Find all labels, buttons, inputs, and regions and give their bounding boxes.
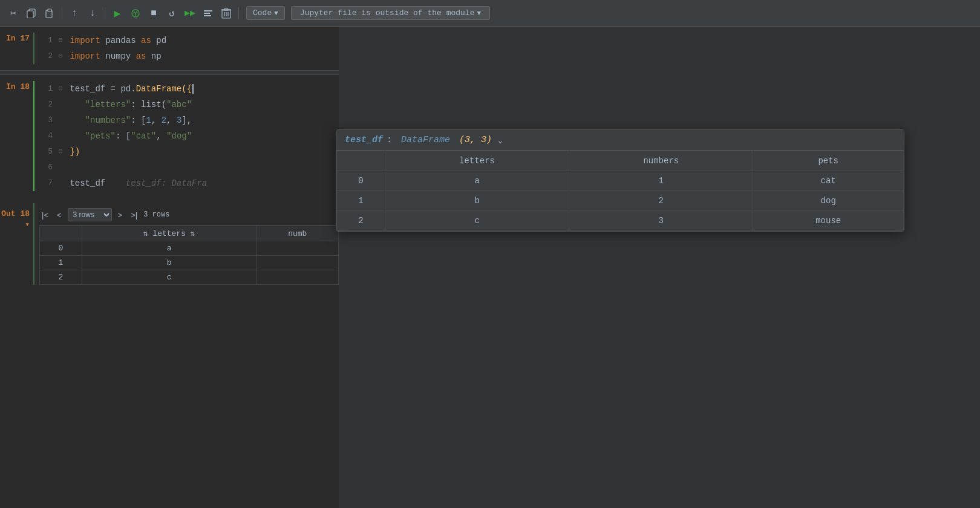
row-1-numbers <box>256 256 338 270</box>
popup-row-0-pets: cat <box>753 171 904 191</box>
popup-header-row: letters numbers pets <box>337 151 904 171</box>
debug-icon[interactable] <box>128 6 143 21</box>
popup-type: DataFrame <box>396 135 450 145</box>
line-18-5: 5 ⊟ } ) <box>39 144 339 160</box>
svg-rect-8 <box>204 15 211 16</box>
move-down-icon[interactable]: ↓ <box>85 6 100 21</box>
cell-18-label: In 18 <box>0 82 33 91</box>
cell-17-content: 1 ⊟ import pandas as pd 2 ⊟ import numpy… <box>33 33 339 64</box>
out-table-header-row: ⇅ letters ⇅ numb <box>40 226 339 241</box>
popup-row-1: 1 b 2 dog <box>337 191 904 211</box>
table-row: 2 c <box>40 270 339 285</box>
line-17-2: 2 ⊟ import numpy as np <box>39 48 339 64</box>
out-18-content: |< < 3 rows 5 rows 10 rows > >| 3 rows <box>33 203 339 285</box>
out-collapse-icon[interactable]: ▾ <box>25 220 30 229</box>
row-2-idx: 2 <box>40 270 82 285</box>
sep1 <box>62 7 62 19</box>
cell-17-label: In 17 <box>0 34 33 43</box>
cut-icon[interactable]: ✂ <box>6 6 21 21</box>
popup-col-idx <box>337 151 385 171</box>
line-18-6: 6 ⊟ <box>39 160 339 175</box>
table-row: 1 b <box>40 256 339 270</box>
rows-per-page-select[interactable]: 3 rows 5 rows 10 rows <box>68 208 112 221</box>
popup-row-1-idx: 1 <box>337 191 385 211</box>
format-icon[interactable] <box>201 6 215 21</box>
out-18-cell: Out 18 ▾ |< < 3 rows 5 rows 10 rows > <box>0 203 339 285</box>
row-0-numbers <box>256 241 338 256</box>
line-18-2: 2 ⊟ "letters" : list( "abc" <box>39 97 339 112</box>
cursor <box>192 84 194 94</box>
main-area: In 17 1 ⊟ import pandas as pd 2 ⊟ <box>0 27 980 508</box>
svg-rect-6 <box>204 10 212 11</box>
cell-18: In 18 1 ⊟ test_df = pd. DataFrame ( { 2 <box>0 75 339 197</box>
row-1-idx: 1 <box>40 256 82 270</box>
out-table: ⇅ letters ⇅ numb 0 a <box>39 226 339 285</box>
popup-col-letters: letters <box>385 151 569 171</box>
toolbar: ✂ ↑ ↓ ▶ ■ ↺ ▶▶ Cod <box>0 0 980 27</box>
first-page-btn[interactable]: |< <box>39 209 51 221</box>
line-18-7: 7 ⊟ test_df test_df: DataFra <box>39 175 339 191</box>
stop-icon[interactable]: ■ <box>146 6 161 21</box>
restart-icon[interactable]: ↺ <box>165 6 179 21</box>
svg-rect-3 <box>48 9 51 11</box>
popup-row-1-pets: dog <box>753 191 904 211</box>
cell-17: In 17 1 ⊟ import pandas as pd 2 ⊟ <box>0 27 339 70</box>
move-up-icon[interactable]: ↑ <box>67 6 82 21</box>
delete-icon[interactable] <box>219 6 234 21</box>
col-letters-header: ⇅ letters ⇅ <box>82 226 256 241</box>
line-18-1: 1 ⊟ test_df = pd. DataFrame ( { <box>39 81 339 97</box>
popup-row-0-idx: 0 <box>337 171 385 191</box>
popup-row-2-pets: mouse <box>753 211 904 231</box>
col-idx-header <box>40 226 82 241</box>
module-dropdown-icon: ▼ <box>477 10 481 17</box>
right-area <box>339 27 980 508</box>
popup-collapse-btn[interactable]: ⌄ <box>498 135 503 145</box>
sep3 <box>238 7 239 19</box>
cell-divider <box>0 70 339 75</box>
popup-row-2: 2 c 3 mouse <box>337 211 904 231</box>
sep2 <box>105 7 105 19</box>
paste-icon[interactable] <box>42 6 57 21</box>
prev-page-btn[interactable]: < <box>54 209 64 221</box>
line-17-1: 1 ⊟ import pandas as pd <box>39 33 339 48</box>
run-all-icon[interactable]: ▶▶ <box>183 6 197 21</box>
next-page-btn[interactable]: > <box>116 209 125 221</box>
popup-col-numbers: numbers <box>569 151 753 171</box>
row-2-numbers <box>256 270 338 285</box>
dataframe-popup[interactable]: test_df : DataFrame (3, 3) ⌄ letters num… <box>336 129 904 232</box>
cell-type-dropdown[interactable]: Code ▼ <box>246 6 285 20</box>
popup-row-0: 0 a 1 cat <box>337 171 904 191</box>
line-18-3: 3 ⊟ "numbers" : [ 1 , 2 , 3 ], <box>39 112 339 128</box>
row-1-letters: b <box>82 256 256 270</box>
copy-icon[interactable] <box>24 6 39 21</box>
popup-row-2-idx: 2 <box>337 211 385 231</box>
code-area: In 17 1 ⊟ import pandas as pd 2 ⊟ <box>0 27 339 508</box>
popup-var-name: test_df <box>345 135 383 145</box>
row-0-idx: 0 <box>40 241 82 256</box>
popup-row-0-letters: a <box>385 171 569 191</box>
cell-18-content: 1 ⊟ test_df = pd. DataFrame ( { 2 ⊟ "let… <box>33 81 339 191</box>
popup-row-2-numbers: 3 <box>569 211 753 231</box>
out-18-label: Out 18 <box>1 209 30 218</box>
table-row: 0 a <box>40 241 339 256</box>
row-0-letters: a <box>82 241 256 256</box>
module-dropdown[interactable]: Jupyter file is outside of the module ▼ <box>291 6 490 20</box>
row-2-letters: c <box>82 270 256 285</box>
svg-rect-7 <box>204 13 210 14</box>
popup-header: test_df : DataFrame (3, 3) ⌄ <box>336 130 904 151</box>
last-page-btn[interactable]: >| <box>128 209 140 221</box>
popup-row-0-numbers: 1 <box>569 171 753 191</box>
popup-row-1-letters: b <box>385 191 569 211</box>
popup-table: letters numbers pets 0 a 1 cat 1 b <box>336 151 904 231</box>
popup-dims: (3, 3) <box>454 135 492 145</box>
run-icon[interactable]: ▶ <box>110 6 125 21</box>
line-18-4: 4 ⊟ "pets" : [ "cat" , "dog" <box>39 128 339 144</box>
popup-row-1-numbers: 2 <box>569 191 753 211</box>
popup-colon: : <box>387 135 392 145</box>
popup-row-2-letters: c <box>385 211 569 231</box>
svg-rect-1 <box>27 11 33 18</box>
pagination-bar: |< < 3 rows 5 rows 10 rows > >| 3 rows <box>39 203 339 226</box>
rows-info: 3 rows <box>143 210 169 219</box>
code-dropdown-icon: ▼ <box>274 10 278 17</box>
col-numbers-header: numb <box>256 226 338 241</box>
